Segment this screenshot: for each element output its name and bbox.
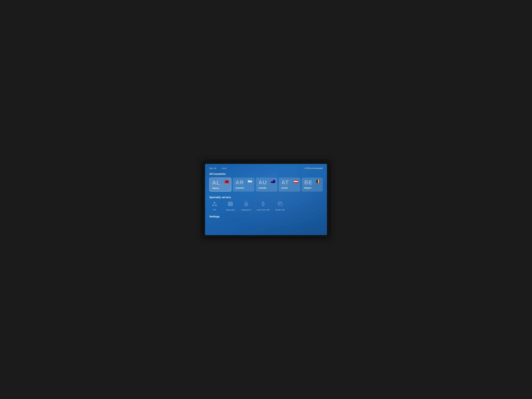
tv-frame: Sign Up Log In VPN not connected All Cou… [203,162,329,238]
flag-argentina: 🇦🇷 [248,180,252,184]
specialty-servers-title: Specialty servers [209,196,323,199]
specialty-double-vpn[interactable]: 2 Double VPN [275,201,285,211]
p2p-label: P2P [213,209,216,211]
country-name-australia: Australia [258,187,275,189]
svg-line-4 [215,203,216,205]
countries-grid: AL 🇦🇱 Albania AR 🇦🇷 Argentina AU 🇦🇺 Aust… [209,177,323,192]
vpn-status-dot [304,168,305,169]
p2p-icon [212,201,217,208]
signup-button[interactable]: Sign Up [209,167,216,169]
flag-austria: 🇦🇹 [294,180,298,184]
header: Sign Up Log In VPN not connected [209,167,323,169]
svg-text:2: 2 [280,204,281,205]
svg-line-3 [213,203,215,205]
settings-section: Settings [209,215,323,218]
flag-albania: 🇦🇱 [224,180,229,184]
specialty-p2p[interactable]: P2P [209,201,220,211]
country-card-belgium[interactable]: BE 🇧🇪 Belgium [302,177,323,192]
double-vpn-label: Double VPN [275,209,285,211]
specialty-dedicated-ip[interactable]: Dedicated IP [241,201,252,211]
country-card-australia[interactable]: AU 🇦🇺 Australia [256,177,277,192]
onion-over-vpn-label: Onion Over VPN [257,209,270,211]
double-vpn-icon: 2 [277,201,283,208]
vpn-status: VPN not connected [304,167,323,169]
obfuscated-icon [228,201,233,208]
svg-point-2 [215,205,217,206]
specialty-onion-over-vpn[interactable]: Onion Over VPN [257,201,270,211]
dedicated-ip-icon [243,201,249,208]
onion-over-vpn-icon [260,201,266,208]
app-screen: Sign Up Log In VPN not connected All Cou… [205,164,327,235]
header-nav: Sign Up Log In [209,167,227,169]
vpn-status-label: VPN not connected [306,167,323,169]
flag-australia: 🇦🇺 [271,180,275,184]
settings-title: Settings [209,215,323,218]
country-name-argentina: Argentina [235,187,252,189]
login-button[interactable]: Log In [222,167,227,169]
country-name-austria: Austria [281,187,298,189]
specialty-grid: P2P Obfuscated [209,201,323,211]
country-card-austria[interactable]: AT 🇦🇹 Austria [279,177,300,192]
country-card-argentina[interactable]: AR 🇦🇷 Argentina [233,177,254,192]
all-countries-title: All Countries [209,172,323,176]
svg-point-1 [212,205,214,206]
dedicated-ip-label: Dedicated IP [241,209,251,211]
flag-belgium: 🇧🇪 [316,180,321,184]
country-name-belgium: Belgium [304,187,320,189]
svg-point-12 [246,204,247,205]
specialty-obfuscated[interactable]: Obfuscated [225,201,236,211]
obfuscated-label: Obfuscated [226,209,235,211]
country-card-albania[interactable]: AL 🇦🇱 Albania [209,177,231,192]
country-name-albania: Albania [212,187,228,189]
svg-point-0 [214,202,215,203]
